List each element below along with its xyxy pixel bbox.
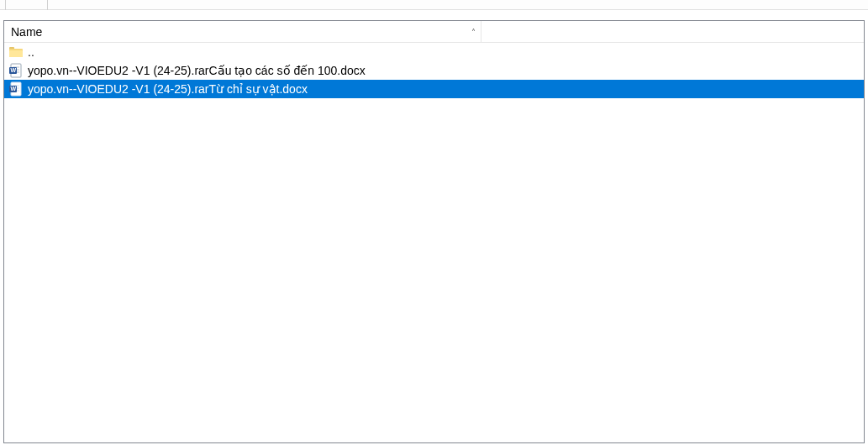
folder-icon [8, 44, 24, 60]
toolbar-separator [47, 0, 48, 10]
column-header-name[interactable]: Name ˄ [4, 21, 481, 42]
column-header-row: Name ˄ [4, 21, 864, 43]
sort-indicator-icon: ˄ [471, 27, 476, 36]
svg-text:W: W [11, 67, 17, 73]
svg-rect-2 [9, 50, 23, 57]
file-list: Name ˄ .. [3, 20, 865, 443]
file-name-label: yopo.vn--VIOEDU2 -V1 (24-25).rarTừ chỉ s… [28, 82, 308, 96]
file-name-label: yopo.vn--VIOEDU2 -V1 (24-25).rarCấu tạo … [28, 64, 366, 77]
docx-icon: W [8, 63, 24, 78]
docx-icon: W [8, 81, 24, 97]
column-header-name-label: Name [11, 25, 42, 39]
list-item[interactable]: W yopo.vn--VIOEDU2 -V1 (24-25).rarCấu tạ… [4, 61, 864, 80]
toolbar-stub [0, 0, 868, 10]
file-rows: .. W yopo.vn--VIOEDU2 -V1 (24-25).rarCấu… [4, 43, 864, 98]
spacer [0, 10, 868, 20]
list-item[interactable]: W yopo.vn--VIOEDU2 -V1 (24-25).rarTừ chỉ… [4, 80, 864, 98]
column-header-size[interactable] [481, 21, 864, 42]
list-item[interactable]: .. [4, 43, 864, 61]
file-name-label: .. [28, 45, 34, 59]
svg-text:W: W [11, 86, 17, 92]
toolbar-separator [5, 0, 6, 10]
